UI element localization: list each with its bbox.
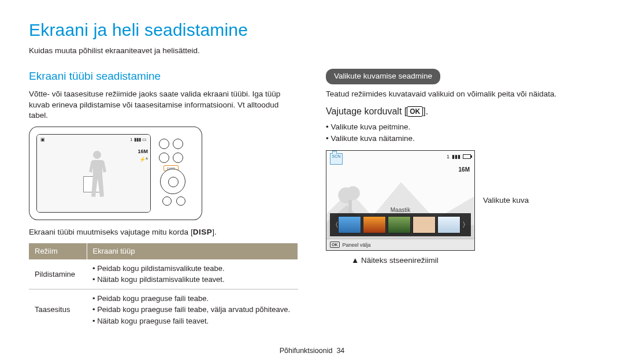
ok-mini-icon: OK (330, 242, 340, 248)
table-header-type: Ekraani tüüp (87, 243, 298, 259)
table-bullet: Peidab kogu praeguse faili teabe. (92, 293, 292, 304)
right-bullet: Valikute kuva peitmine. (326, 121, 595, 133)
right-bullets: Valikute kuva peitmine. Valikute kuva nä… (326, 121, 595, 144)
disp-instruction: Ekraani tüübi muutmiseks vajutage mitu k… (29, 227, 298, 237)
filmstrip: 〈 〉 (330, 213, 471, 236)
table-type-cell: Peidab kogu praeguse faili teabe. Peidab… (87, 289, 298, 330)
camera-button-icon (159, 153, 169, 163)
footer-page-no: 34 (336, 347, 344, 355)
camera-button-icon (162, 196, 172, 206)
camera-button-column: DISP (157, 138, 194, 211)
camera-button-icon (159, 139, 169, 149)
page-title: Ekraani ja heli seadistamine (29, 18, 595, 42)
press-pre: Vajutage korduvalt [ (326, 106, 407, 116)
table-row: Pildistamine Peidab kogu pildistamisvali… (29, 259, 298, 289)
camera-button-icon (173, 153, 183, 163)
scene-bottombar: OK Paneel välja (326, 239, 474, 250)
camera-illustration: ▣ 1 ▮▮▮ ▭ 16M ⚡ᴬ DISP (29, 127, 202, 220)
right-body: Teatud režiimides kuvatavaid valikuid on… (326, 89, 595, 99)
disp-key: DISP (193, 228, 213, 236)
ok-key-icon: OK (407, 106, 423, 117)
scene-res: 16M (459, 166, 470, 174)
footer-section: Põhifunktsioonid (280, 347, 333, 355)
camera-button-icon (176, 196, 185, 206)
page-footer: Põhifunktsioonid 34 (0, 346, 624, 356)
lcd-res: 16M (138, 147, 148, 155)
press-ok-line: Vajutage korduvalt [OK]. (326, 105, 595, 118)
scn-mode-icon: SCN (330, 153, 343, 165)
thumb-icon (363, 216, 386, 233)
svg-rect-3 (348, 200, 352, 214)
arrow-left-icon: 〈 (332, 220, 339, 229)
table-row: Taasesitus Peidab kogu praeguse faili te… (29, 289, 298, 330)
left-body: Võtte- või taasesituse režiimide jaoks s… (29, 89, 298, 121)
left-heading: Ekraani tüübi seadistamine (29, 69, 298, 84)
disp-pre: Ekraani tüübi muutmiseks vajutage mitu k… (29, 228, 193, 236)
lcd-top-right: 1 ▮▮▮ ▭ (130, 137, 147, 143)
camera-lcd: ▣ 1 ▮▮▮ ▭ 16M ⚡ᴬ (36, 134, 151, 213)
thumb-icon (413, 216, 436, 233)
scene-caption: Valikute kuva (483, 195, 529, 206)
arrow-right-icon: 〉 (462, 220, 469, 229)
disp-post: ]. (212, 228, 217, 236)
table-mode-cell: Pildistamine (29, 259, 87, 289)
thumb-icon (437, 216, 460, 233)
table-bullet: Peidab kogu pildistamisvalikute teabe. (92, 263, 292, 274)
right-pill: Valikute kuvamise seadmine (326, 69, 440, 84)
camera-button-icon (173, 139, 183, 149)
person-silhouette-icon (87, 151, 107, 200)
thumb-icon (388, 216, 411, 233)
dpad-icon (160, 169, 185, 194)
scene-screenshot: SCN 1 ▮▮▮ 16M Maastik 〈 〉 (326, 150, 475, 251)
modes-table: Režiim Ekraani tüüp Pildistamine Peidab … (29, 243, 298, 330)
table-header-mode: Režiim (29, 243, 87, 259)
left-column: Ekraani tüübi seadistamine Võtte- või ta… (29, 69, 298, 330)
battery-status: 1 ▮▮▮ (447, 153, 471, 160)
page-intro: Kuidas muuta põhilist ekraaniteavet ja h… (29, 46, 595, 56)
table-bullet: Näitab kogu praeguse faili teavet. (92, 315, 292, 327)
table-bullet: Peidab kogu praeguse faili teabe, välja … (92, 304, 292, 315)
right-column: Valikute kuvamise seadmine Teatud režiim… (326, 69, 595, 330)
panel-text: Paneel välja (343, 242, 371, 248)
thumb-icon (338, 216, 361, 233)
table-mode-cell: Taasesitus (29, 289, 87, 330)
table-type-cell: Peidab kogu pildistamisvalikute teabe. N… (87, 259, 298, 289)
press-post: ]. (423, 106, 428, 116)
right-bullet: Valikute kuva näitamine. (326, 133, 595, 144)
lcd-top-left-icon: ▣ (40, 137, 45, 143)
table-bullet: Näitab kogu pildistamisvalikute teavet. (92, 274, 292, 285)
svg-point-2 (346, 186, 360, 200)
lcd-flash-icon: ⚡ᴬ (138, 155, 148, 164)
example-note: ▲ Näiteks stseenirežiimil (351, 255, 595, 266)
